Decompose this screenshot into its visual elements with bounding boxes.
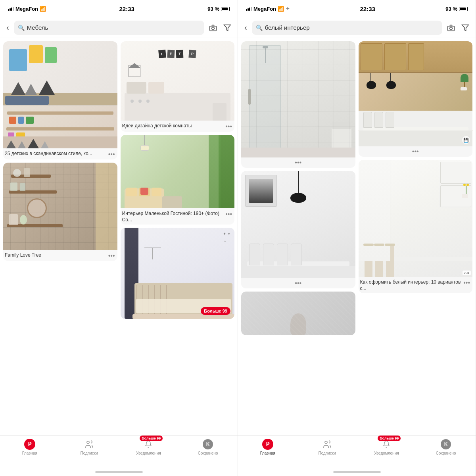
pin-family-tree[interactable]: Family Love Tree ••• bbox=[3, 163, 117, 261]
pin-title-living: Интерьер Маленькой Гостиной: 190+ (Фото)… bbox=[122, 211, 225, 223]
nav-notif-label-right: Уведомления bbox=[374, 451, 399, 455]
bar2r bbox=[248, 8, 249, 11]
nav-saved-label-right: Сохранено bbox=[436, 451, 456, 455]
nav-following-label-right: Подписки bbox=[318, 451, 336, 455]
pin-dining-bw[interactable]: ••• bbox=[241, 171, 355, 288]
nav-saved-icon-left: K bbox=[202, 439, 213, 450]
pin-title-lets-play: Идеи дизайна детской комнаты bbox=[122, 123, 225, 129]
search-icon-right: 🔍 bbox=[256, 25, 263, 31]
notif-badge-right: Больше 99 bbox=[378, 436, 401, 441]
battery-fill-right bbox=[460, 8, 466, 10]
nav-notif-label-left: Уведомления bbox=[136, 451, 161, 455]
svg-point-1 bbox=[212, 27, 215, 30]
bar2 bbox=[10, 8, 11, 11]
profile-avatar-left: K bbox=[203, 439, 213, 449]
nav-home-left[interactable]: P Главная bbox=[0, 439, 60, 455]
pin-living-green[interactable]: Интерьер Маленькой Гостиной: 190+ (Фото)… bbox=[121, 135, 235, 225]
pin-kids-scandinavian[interactable]: 25 детских в скандинавском стиле, ко... … bbox=[3, 41, 117, 159]
more-btn-kids[interactable]: ••• bbox=[107, 151, 116, 158]
svg-point-3 bbox=[87, 441, 89, 443]
pin-title-white-kitchen: Как оформить белый интерьер: 10 варианто… bbox=[360, 279, 463, 292]
bar3r bbox=[249, 8, 250, 11]
pin-gray-texture[interactable] bbox=[241, 292, 355, 335]
kitchen-dots[interactable]: ••• bbox=[359, 146, 473, 157]
content-left: 25 детских в скандинавском стиле, ко... … bbox=[0, 38, 238, 435]
profile-avatar-right: K bbox=[441, 439, 451, 449]
nav-following-icon-right bbox=[322, 439, 333, 450]
nav-home-icon-left: P bbox=[24, 439, 35, 450]
bar1r bbox=[246, 9, 247, 11]
pin-footer-family: Family Love Tree ••• bbox=[3, 250, 117, 261]
nav-home-right[interactable]: P Главная bbox=[238, 439, 298, 455]
bathroom-dots[interactable]: ••• bbox=[241, 157, 355, 168]
nav-following-left[interactable]: Подписки bbox=[60, 439, 119, 455]
bar3 bbox=[11, 8, 12, 11]
battery-fill-left bbox=[222, 8, 228, 10]
pin-nursery[interactable]: ✦ ✦ ✦ ✦ ✦ ✦ ✦ ✦ bbox=[121, 228, 235, 319]
left-panel: MegaFon 📶 22:33 93 % ‹ 🔍 Мебель bbox=[0, 0, 238, 476]
col-1-right: 💾 ••• bbox=[359, 41, 473, 432]
pin-footer-lets-play: Идеи дизайна детской комнаты ••• bbox=[121, 121, 235, 132]
nav-following-right[interactable]: Подписки bbox=[298, 439, 357, 455]
home-bar-right bbox=[333, 471, 381, 473]
svg-marker-6 bbox=[462, 25, 469, 31]
pin-kitchen-wood[interactable]: 💾 ••• bbox=[359, 41, 473, 157]
bottom-nav-left: P Главная Подписки Больше 99 bbox=[0, 435, 238, 468]
notif-badge-left: Больше 99 bbox=[140, 436, 163, 441]
more-btn-living[interactable]: ••• bbox=[225, 211, 233, 218]
more-btn-family[interactable]: ••• bbox=[107, 252, 116, 259]
filter-icon-right[interactable] bbox=[460, 22, 471, 33]
camera-icon-right[interactable] bbox=[445, 22, 457, 33]
save-icon-kitchen[interactable]: 💾 bbox=[462, 136, 470, 144]
bar1 bbox=[8, 9, 9, 11]
content-right: ••• bbox=[238, 38, 476, 435]
nav-home-label-right: Главная bbox=[260, 451, 275, 455]
more-btn-lets-play[interactable]: ••• bbox=[225, 123, 233, 130]
bar4 bbox=[13, 7, 14, 11]
camera-icon-left[interactable] bbox=[207, 22, 219, 33]
status-bar-right: MegaFon 📶 ✦ 22:33 93 % bbox=[238, 0, 476, 17]
dining-dots[interactable]: ••• bbox=[241, 278, 355, 288]
pinterest-logo-left: P bbox=[24, 439, 35, 450]
nav-notifications-left[interactable]: Больше 99 Уведомления bbox=[119, 439, 178, 455]
svg-marker-2 bbox=[224, 25, 231, 31]
nav-home-label-left: Главная bbox=[22, 451, 37, 455]
signal-bars bbox=[8, 7, 14, 11]
nav-notifications-icon-left: Больше 99 bbox=[143, 439, 154, 450]
right-panel: MegaFon 📶 ✦ 22:33 93 % ‹ 🔍 белый интерье… bbox=[238, 0, 476, 476]
pin-bathroom[interactable]: ••• bbox=[241, 41, 355, 168]
back-button-right[interactable]: ‹ bbox=[243, 23, 249, 32]
nav-following-label-left: Подписки bbox=[80, 451, 98, 455]
wifi-icon-left: 📶 bbox=[40, 6, 46, 12]
carrier-right: MegaFon bbox=[253, 6, 276, 12]
nav-saved-right[interactable]: K Сохранено bbox=[416, 439, 476, 455]
bottom-nav-right: P Главная Подписки Больше 99 bbox=[238, 435, 476, 468]
status-bar-left: MegaFon 📶 22:33 93 % bbox=[0, 0, 238, 17]
search-input-left[interactable]: 🔍 Мебель bbox=[14, 21, 204, 35]
battery-pct-left: 93 % bbox=[207, 6, 219, 12]
time-left: 22:33 bbox=[119, 6, 134, 12]
home-indicator-right bbox=[238, 468, 476, 476]
pin-footer-living: Интерьер Маленькой Гостиной: 190+ (Фото)… bbox=[121, 208, 235, 225]
nav-notifications-right[interactable]: Больше 99 Уведомления bbox=[357, 439, 416, 455]
nav-following-icon-left bbox=[84, 439, 95, 450]
search-input-right[interactable]: 🔍 белый интерьер bbox=[252, 21, 442, 35]
battery-icon-left bbox=[221, 7, 230, 11]
nav-saved-left[interactable]: K Сохранено bbox=[178, 439, 238, 455]
search-query-left: Мебель bbox=[27, 24, 200, 31]
more-btn-white-kitchen[interactable]: ••• bbox=[463, 279, 471, 286]
filter-icon-left[interactable] bbox=[222, 22, 233, 33]
search-query-right: белый интерьер bbox=[265, 24, 438, 31]
pin-white-kitchen[interactable]: AD Как оформить белый интерьер: 10 вариа… bbox=[359, 160, 473, 293]
back-button-left[interactable]: ‹ bbox=[5, 23, 11, 32]
svg-point-5 bbox=[450, 27, 453, 30]
masonry-left: 25 детских в скандинавском стиле, ко... … bbox=[3, 41, 234, 432]
battery-pct-right: 93 % bbox=[445, 6, 457, 12]
status-right-left: 93 % bbox=[207, 6, 230, 12]
search-bar-right: ‹ 🔍 белый интерьер bbox=[238, 17, 476, 38]
pin-lets-play[interactable]: L E T P bbox=[121, 41, 235, 132]
status-left-right: MegaFon 📶 ✦ bbox=[246, 6, 290, 12]
pin-footer-kids: 25 детских в скандинавском стиле, ко... … bbox=[3, 148, 117, 159]
ad-badge-white-kitchen: AD bbox=[463, 271, 471, 275]
status-right-right: 93 % bbox=[445, 6, 468, 12]
